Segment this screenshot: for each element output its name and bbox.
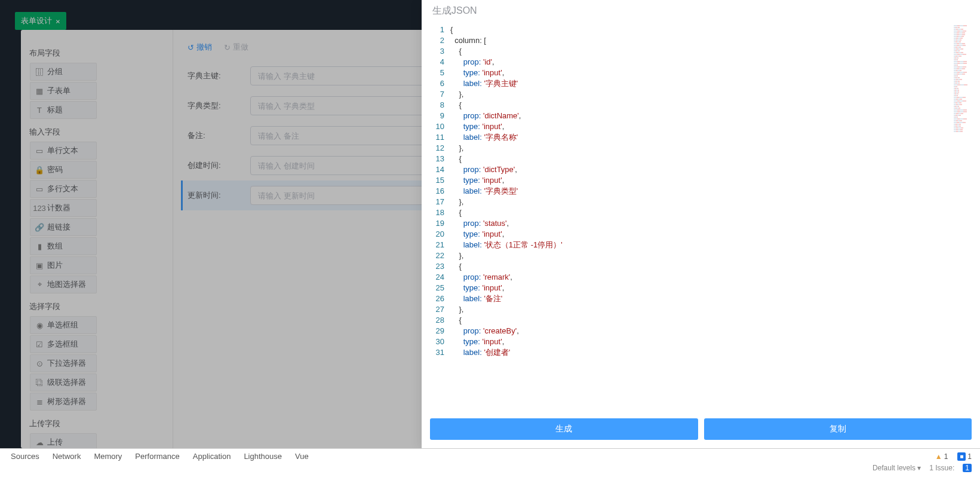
field-label: 多行文本: [47, 183, 78, 194]
devtools-tab[interactable]: Vue: [295, 452, 309, 461]
field-item[interactable]: ▦子表单: [30, 82, 97, 100]
section-title: 选择字段: [29, 298, 164, 316]
devtools-tab[interactable]: Network: [53, 452, 81, 461]
field-item[interactable]: 🔗超链接: [30, 218, 97, 236]
close-icon[interactable]: ×: [56, 17, 60, 26]
section-title: 上传字段: [29, 415, 164, 433]
devtools-tab[interactable]: Memory: [94, 452, 122, 461]
field-icon: ≣: [35, 397, 44, 406]
field-item[interactable]: T标题: [30, 101, 97, 119]
redo-icon: ↻: [224, 43, 231, 52]
field-icon: 🔗: [35, 223, 44, 232]
warning-badge[interactable]: ▲1: [933, 452, 951, 461]
field-icon: ◉: [35, 321, 44, 330]
field-label: 创建时间:: [188, 160, 250, 171]
field-item[interactable]: 🔒密码: [30, 161, 97, 179]
field-item[interactable]: ◉单选框组: [30, 316, 97, 334]
devtools-tab[interactable]: Lighthouse: [244, 452, 282, 461]
field-item[interactable]: ▮数组: [30, 237, 97, 255]
field-label: 标题: [47, 105, 63, 115]
field-icon: ▮: [35, 242, 44, 251]
field-item[interactable]: 123计数器: [30, 199, 97, 217]
panel-title: 生成JSON: [422, 0, 980, 22]
field-item[interactable]: ▭多行文本: [30, 180, 97, 198]
field-label: 单行文本: [47, 145, 78, 156]
field-label: 超链接: [47, 222, 70, 232]
devtools-tabs: SourcesNetworkMemoryPerformanceApplicati…: [0, 448, 980, 464]
field-label: 单选框组: [47, 320, 78, 330]
undo-button[interactable]: ↺撤销: [188, 42, 212, 53]
tab-label: 表单设计: [21, 16, 52, 26]
field-label: 计数器: [47, 203, 70, 213]
field-label: 字典主键:: [188, 71, 250, 81]
field-label: 分组: [47, 66, 63, 77]
json-panel: 生成JSON 123456789101112131415161718192021…: [422, 0, 980, 448]
field-item[interactable]: ☁上传: [30, 433, 97, 448]
field-icon: ▦: [35, 87, 44, 96]
field-label: 地图选择器: [47, 279, 86, 290]
field-label: 子表单: [47, 85, 70, 96]
field-label: 密码: [47, 164, 63, 175]
field-label: 多选框组: [47, 339, 78, 350]
issue-count-badge[interactable]: 1: [963, 464, 972, 472]
field-icon: ☁: [35, 438, 44, 447]
field-icon: ▣: [35, 261, 44, 270]
issues-label: 1 Issue:: [929, 464, 954, 472]
field-icon: 123: [35, 204, 44, 213]
field-item[interactable]: ⊙下拉选择器: [30, 354, 97, 372]
devtools-tab[interactable]: Application: [193, 452, 231, 461]
field-label: 上传: [47, 437, 63, 448]
field-label: 字典类型:: [188, 100, 250, 111]
field-item[interactable]: ⿲分组: [30, 63, 97, 81]
field-icon: T: [35, 106, 44, 115]
field-label: 图片: [47, 260, 63, 271]
field-label: 数组: [47, 241, 63, 252]
field-label: 树形选择器: [47, 396, 86, 407]
field-icon: ⊙: [35, 359, 44, 368]
minimap[interactable]: [954, 25, 978, 132]
generate-button[interactable]: 生成: [430, 418, 698, 440]
tab-form-design[interactable]: 表单设计 ×: [15, 12, 66, 30]
log-levels-dropdown[interactable]: Default levels ▾: [873, 464, 921, 472]
undo-icon: ↺: [188, 43, 194, 52]
field-item[interactable]: ⌖地图选择器: [30, 276, 97, 293]
error-badge[interactable]: ■1: [955, 452, 974, 461]
section-title: 布局字段: [29, 44, 164, 62]
field-icon: ⿲: [35, 68, 44, 76]
field-label: 级联选择器: [47, 377, 86, 388]
field-icon: 🔒: [35, 166, 44, 175]
code-editor[interactable]: 1234567891011121314151617181920212223242…: [422, 22, 980, 412]
redo-button[interactable]: ↻重做: [224, 42, 248, 53]
devtools-tab[interactable]: Performance: [135, 452, 179, 461]
field-item[interactable]: ▣图片: [30, 256, 97, 274]
field-icon: ▭: [35, 146, 44, 155]
field-sidebar: 布局字段⿲分组▦子表单T标题输入字段▭单行文本🔒密码▭多行文本123计数器🔗超链…: [21, 30, 173, 448]
field-item[interactable]: ☑多选框组: [30, 335, 97, 353]
field-item[interactable]: ≣树形选择器: [30, 393, 97, 411]
field-icon: ☑: [35, 340, 44, 349]
field-item[interactable]: ⿻级联选择器: [30, 374, 97, 391]
field-icon: ⿻: [35, 378, 44, 387]
copy-button[interactable]: 复制: [704, 418, 972, 440]
field-icon: ⌖: [35, 280, 44, 289]
field-icon: ▭: [35, 185, 44, 194]
devtools-tab[interactable]: Sources: [11, 452, 39, 461]
section-title: 输入字段: [29, 123, 164, 141]
field-label: 更新时间:: [188, 190, 250, 201]
field-label: 备注:: [188, 130, 250, 141]
field-label: 下拉选择器: [47, 358, 86, 369]
field-item[interactable]: ▭单行文本: [30, 142, 97, 160]
